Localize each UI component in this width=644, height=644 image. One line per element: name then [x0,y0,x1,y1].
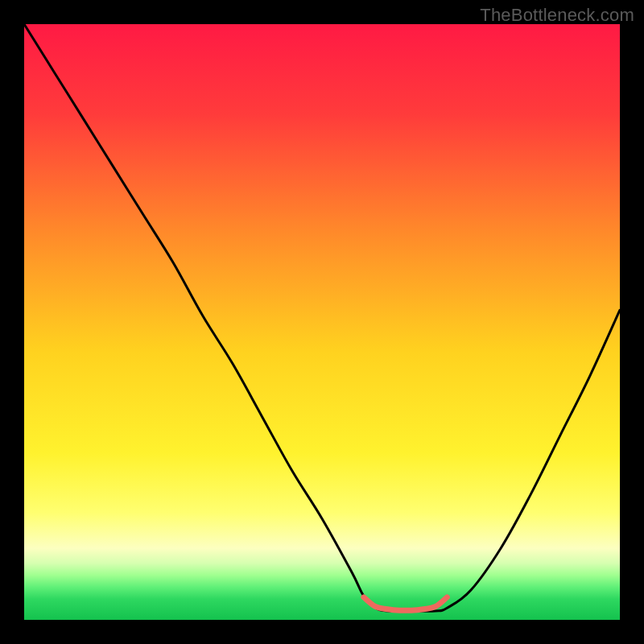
bottleneck-curve [24,24,620,620]
watermark-text: TheBottleneck.com [480,5,634,26]
chart-frame [24,24,620,620]
